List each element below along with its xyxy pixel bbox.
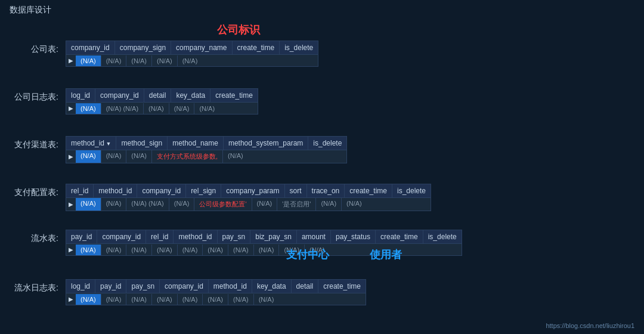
cell-company-4: (N/A) xyxy=(178,55,203,66)
col-header-method_id: method_id xyxy=(94,184,137,197)
col-header-method_id: method_id xyxy=(174,230,217,243)
table-log: log_idcompany_iddetailkey_datacreate_tim… xyxy=(66,88,258,115)
flow-annotation-user: 使用者 xyxy=(370,248,402,262)
col-header-create_time: create_time xyxy=(318,280,366,293)
col-header-company_id: company_id xyxy=(66,41,115,54)
cell-method-3: 支付方式系统级参数, xyxy=(152,150,223,163)
cell-flow-1: (N/A) xyxy=(101,245,127,255)
cell-config-3: (N/A) xyxy=(169,198,195,211)
table-row: (N/A)(N/A)(N/A)(N/A)(N/A) xyxy=(76,55,318,66)
col-header-pay_id: pay_id xyxy=(95,280,126,293)
section-label-method: 支付渠道表: xyxy=(0,136,66,150)
col-header-pay_sn: pay_sn xyxy=(126,280,160,293)
cell-flow-6: (N/A) xyxy=(228,245,254,255)
cell-flow-0: (N/A) xyxy=(76,245,101,255)
section-label-company: 公司表: xyxy=(0,41,66,55)
table-company: company_idcompany_signcompany_namecreate… xyxy=(66,41,318,67)
cell-method-0: (N/A) xyxy=(76,150,101,163)
section-label-flowlog: 流水日志表: xyxy=(0,279,66,293)
col-header-method_id: method_id xyxy=(66,137,116,150)
col-header-company_id: company_id xyxy=(137,184,186,197)
section-label-log: 公司日志表: xyxy=(0,88,66,103)
col-header-rel_sign: rel_sign xyxy=(186,184,221,197)
col-header-company_param: company_param xyxy=(221,184,284,197)
section-label-flow: 流水表: xyxy=(0,230,66,244)
table-config: rel_idmethod_idcompany_idrel_signcompany… xyxy=(66,184,431,211)
cell-flowlog-6: (N/A) xyxy=(228,294,254,305)
col-header-trace_on: trace_on xyxy=(307,184,345,197)
col-header-method_name: method_name xyxy=(168,137,224,150)
cell-flowlog-0: (N/A) xyxy=(76,294,101,305)
table-row: (N/A)(N/A)(N/A) (N/A)(N/A)公司级参数配置'(N/A)'… xyxy=(76,198,431,211)
cell-log-4: (N/A) xyxy=(194,103,219,114)
cell-config-5: (N/A) xyxy=(252,198,278,211)
cell-flowlog-5: (N/A) xyxy=(203,294,228,305)
cell-company-1: (N/A) xyxy=(101,55,127,66)
col-header-is_delete: is_delete xyxy=(423,230,462,243)
col-header-is_delete: is_delete xyxy=(280,41,318,54)
col-header-detail: detail xyxy=(292,280,319,293)
row-arrow-flow: ▶ xyxy=(66,244,76,255)
col-header-pay_sn: pay_sn xyxy=(218,230,251,243)
cell-log-3: (N/A) xyxy=(169,103,195,114)
col-header-company_id: company_id xyxy=(97,230,146,243)
section-label-config: 支付配置表: xyxy=(0,184,66,198)
col-header-company_id: company_id xyxy=(95,89,144,102)
col-header-pay_status: pay_status xyxy=(331,230,376,243)
cell-flowlog-3: (N/A) xyxy=(152,294,178,305)
section-method: 支付渠道表:method_idmethod_signmethod_namemet… xyxy=(0,136,644,163)
cell-log-1: (N/A) (N/A) xyxy=(101,103,144,114)
col-header-method_system_param: method_system_param xyxy=(224,137,308,150)
row-arrow-company: ▶ xyxy=(66,55,76,66)
col-header-create_time: create_time xyxy=(210,89,258,102)
cell-config-6: '是否启用' xyxy=(277,198,316,211)
row-arrow-config: ▶ xyxy=(66,199,76,210)
page-title: 数据库设计 xyxy=(10,5,51,16)
col-header-create_time: create_time xyxy=(233,41,280,54)
cell-flowlog-7: (N/A) xyxy=(254,294,279,305)
col-header-key_data: key_data xyxy=(252,280,292,293)
cell-log-2: (N/A) xyxy=(144,103,169,114)
cell-flow-7: (N/A) xyxy=(254,245,280,255)
row-arrow-method: ▶ xyxy=(66,151,76,162)
cell-config-1: (N/A) xyxy=(101,198,127,211)
col-header-company_id: company_id xyxy=(160,280,209,293)
col-header-log_id: log_id xyxy=(66,280,95,293)
cell-method-4: (N/A) xyxy=(223,150,248,163)
company-label: 公司标识 xyxy=(179,23,298,37)
cell-config-7: (N/A) xyxy=(316,198,342,211)
col-header-sort: sort xyxy=(285,184,307,197)
cell-flowlog-4: (N/A) xyxy=(178,294,203,305)
cell-config-8: (N/A) xyxy=(342,198,367,211)
cell-flowlog-2: (N/A) xyxy=(126,294,152,305)
cell-flow-5: (N/A) xyxy=(203,245,228,255)
cell-flow-2: (N/A) xyxy=(126,245,152,255)
section-log: 公司日志表:log_idcompany_iddetailkey_datacrea… xyxy=(0,88,644,115)
col-header-is_delete: is_delete xyxy=(308,137,346,150)
cell-method-2: (N/A) xyxy=(126,150,152,163)
table-flowlog: log_idpay_idpay_sncompany_idmethod_idkey… xyxy=(66,279,366,305)
col-header-company_name: company_name xyxy=(171,41,232,54)
col-header-detail: detail xyxy=(144,89,172,102)
cell-company-3: (N/A) xyxy=(152,55,178,66)
col-header-biz_pay_sn: biz_pay_sn xyxy=(250,230,297,243)
table-row: (N/A)(N/A) (N/A)(N/A)(N/A)(N/A) xyxy=(76,103,258,114)
col-header-create_time: create_time xyxy=(345,184,392,197)
col-header-rel_id: rel_id xyxy=(146,230,174,243)
table-row: (N/A)(N/A)(N/A)(N/A)(N/A)(N/A)(N/A)(N/A) xyxy=(76,294,366,305)
flow-annotation-paycenter: 支付中心 xyxy=(286,248,329,262)
table-flow: pay_idcompany_idrel_idmethod_idpay_snbiz… xyxy=(66,230,462,256)
cell-company-0: (N/A) xyxy=(76,55,101,66)
col-header-create_time: create_time xyxy=(376,230,423,243)
cell-company-2: (N/A) xyxy=(126,55,152,66)
cell-config-0: (N/A) xyxy=(76,198,101,211)
cell-config-4: 公司级参数配置' xyxy=(194,198,252,211)
section-company: 公司表:company_idcompany_signcompany_namecr… xyxy=(0,41,644,67)
row-arrow-flowlog: ▶ xyxy=(66,293,76,305)
bottom-link: https://blog.csdn.net/liuzhirou1 xyxy=(546,322,634,329)
cell-log-0: (N/A) xyxy=(76,103,101,114)
cell-config-2: (N/A) (N/A) xyxy=(126,198,169,211)
cell-flow-4: (N/A) xyxy=(178,245,203,255)
col-header-amount: amount xyxy=(297,230,331,243)
table-method: method_idmethod_signmethod_namemethod_sy… xyxy=(66,136,347,163)
